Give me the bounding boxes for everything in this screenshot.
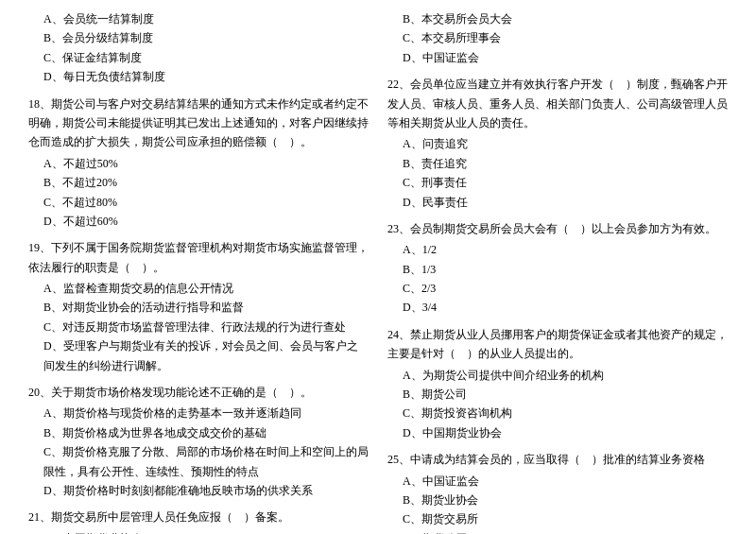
question-22-text: 22、会员单位应当建立并有效执行客户开发（ ）制度，甄确客户开发人员、审核人员、… <box>387 75 728 132</box>
option-a-prev: A、会员统一结算制度 <box>28 9 369 28</box>
question-24-text: 24、禁止期货从业人员挪用客户的期货保证金或者其他资产的规定，主要是针对（ ）的… <box>387 325 728 364</box>
q23-option-c: C、2/3 <box>387 279 728 298</box>
prev-options-right: B、本交易所会员大会 C、本交易所理事会 D、中国证监会 <box>387 9 728 67</box>
question-22: 22、会员单位应当建立并有效执行客户开发（ ）制度，甄确客户开发人员、审核人员、… <box>387 75 728 212</box>
q18-option-b: B、不超过20% <box>28 173 369 192</box>
question-25-text: 25、中请成为结算会员的，应当取得（ ）批准的结算业务资格 <box>387 450 728 469</box>
q19-option-c: C、对违反期货市场监督管理法律、行政法规的行为进行查处 <box>28 318 369 336</box>
option-c-prev: C、保证金结算制度 <box>28 48 369 67</box>
q23-option-d: D、3/4 <box>387 298 728 317</box>
q20-option-c: C、期货价格克服了分散、局部的市场价格在时间上和空间上的局限性，具有公开性、连续… <box>28 442 369 481</box>
q24-option-a: A、为期货公司提供中间介绍业务的机构 <box>387 366 728 385</box>
q23-option-b: B、1/3 <box>387 260 728 279</box>
q18-option-c: C、不超过80% <box>28 193 369 212</box>
question-24: 24、禁止期货从业人员挪用客户的期货保证金或者其他资产的规定，主要是针对（ ）的… <box>387 325 728 442</box>
question-21: 21、期货交易所中层管理人员任免应报（ ）备案。 A、中国期货业协会 <box>28 508 369 534</box>
question-25: 25、中请成为结算会员的，应当取得（ ）批准的结算业务资格 A、中国证监会 B、… <box>387 450 728 534</box>
question-18-text: 18、期货公司与客户对交易结算结果的通知方式未作约定或者约定不明确，期货公司未能… <box>28 95 369 152</box>
question-18: 18、期货公司与客户对交易结算结果的通知方式未作约定或者约定不明确，期货公司未能… <box>28 95 369 232</box>
option-b-prev: B、会员分级结算制度 <box>28 28 369 47</box>
q19-option-d: D、受理客户与期货业有关的投诉，对会员之间、会员与客户之间发生的纠纷进行调解。 <box>28 336 369 375</box>
option-b-prev-right: B、本交易所会员大会 <box>387 9 728 28</box>
q24-option-c: C、期货投资咨询机构 <box>387 404 728 422</box>
q22-option-a: A、问责追究 <box>387 134 728 153</box>
q25-option-d: D、期货公司 <box>387 529 728 534</box>
q23-option-a: A、1/2 <box>387 240 728 259</box>
q22-option-c: C、刑事责任 <box>387 173 728 192</box>
q24-option-b: B、期货公司 <box>387 385 728 404</box>
left-column: A、会员统一结算制度 B、会员分级结算制度 C、保证金结算制度 D、每日无负债结… <box>28 9 369 534</box>
question-23: 23、会员制期货交易所会员大会有（ ）以上会员参加方为有效。 A、1/2 B、1… <box>387 219 728 318</box>
right-column: B、本交易所会员大会 C、本交易所理事会 D、中国证监会 22、会员单位应当建立… <box>387 9 728 534</box>
option-c-prev-right: C、本交易所理事会 <box>387 28 728 47</box>
question-23-text: 23、会员制期货交易所会员大会有（ ）以上会员参加方为有效。 <box>387 219 728 238</box>
q19-option-b: B、对期货业协会的活动进行指导和监督 <box>28 298 369 317</box>
q25-option-a: A、中国证监会 <box>387 472 728 491</box>
question-20: 20、关于期货市场价格发现功能论述不正确的是（ ）。 A、期货价格与现货价格的走… <box>28 383 369 500</box>
question-19-text: 19、下列不属于国务院期货监督管理机构对期货市场实施监督管理，依法履行的职责是（… <box>28 238 369 277</box>
q21-option-a: A、中国期货业协会 <box>28 529 369 534</box>
q19-option-a: A、监督检查期货交易的信息公开情况 <box>28 279 369 298</box>
q20-option-d: D、期货价格时时刻刻都能准确地反映市场的供求关系 <box>28 481 369 500</box>
q20-option-b: B、期货价格成为世界各地成交成交价的基础 <box>28 423 369 442</box>
q25-option-c: C、期货交易所 <box>387 509 728 528</box>
option-d-prev-right: D、中国证监会 <box>387 48 728 67</box>
q18-option-d: D、不超过60% <box>28 212 369 231</box>
option-d-prev: D、每日无负债结算制度 <box>28 67 369 86</box>
question-19: 19、下列不属于国务院期货监督管理机构对期货市场实施监督管理，依法履行的职责是（… <box>28 238 369 375</box>
question-21-text: 21、期货交易所中层管理人员任免应报（ ）备案。 <box>28 508 369 526</box>
question-20-text: 20、关于期货市场价格发现功能论述不正确的是（ ）。 <box>28 383 369 402</box>
q22-option-b: B、责任追究 <box>387 154 728 173</box>
q24-option-d: D、中国期货业协会 <box>387 423 728 442</box>
q22-option-d: D、民事责任 <box>387 193 728 212</box>
q18-option-a: A、不超过50% <box>28 154 369 173</box>
q25-option-b: B、期货业协会 <box>387 491 728 509</box>
prev-options-left: A、会员统一结算制度 B、会员分级结算制度 C、保证金结算制度 D、每日无负债结… <box>28 9 369 87</box>
q20-option-a: A、期货价格与现货价格的走势基本一致并逐渐趋同 <box>28 404 369 422</box>
